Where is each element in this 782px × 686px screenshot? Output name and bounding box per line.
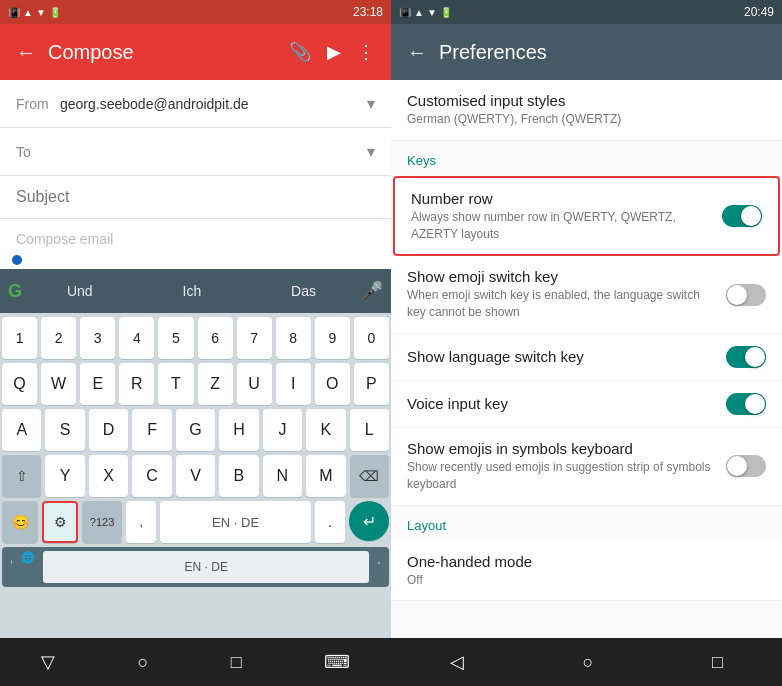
home-nav-icon[interactable]: ○ <box>137 652 148 673</box>
key-c[interactable]: C <box>132 455 171 497</box>
emojis-symbols-toggle[interactable] <box>726 455 766 477</box>
key-5[interactable]: 5 <box>158 317 193 359</box>
key-y[interactable]: Y <box>45 455 84 497</box>
compose-area[interactable]: Compose email <box>0 219 391 269</box>
key-u[interactable]: U <box>237 363 272 405</box>
key-l[interactable]: L <box>350 409 389 451</box>
wifi-icon-r: ▲ <box>414 7 424 18</box>
pref-bar: ← Preferences <box>391 24 782 80</box>
key-p[interactable]: P <box>354 363 389 405</box>
language-switch-toggle[interactable] <box>726 346 766 368</box>
key-r[interactable]: R <box>119 363 154 405</box>
emoji-switch-item[interactable]: Show emoji switch key When emoji switch … <box>391 256 782 334</box>
key-8[interactable]: 8 <box>276 317 311 359</box>
number-row-toggle[interactable] <box>722 205 762 227</box>
period-sym: . <box>377 551 381 583</box>
key-s[interactable]: S <box>45 409 84 451</box>
cursor <box>12 255 22 265</box>
keyboard-nav-icon[interactable]: ⌨ <box>324 651 350 673</box>
emojis-symbols-item[interactable]: Show emojis in symbols keyboard Show rec… <box>391 428 782 506</box>
key-v[interactable]: V <box>176 455 215 497</box>
key-g[interactable]: G <box>176 409 215 451</box>
emoji-key[interactable]: 😊 <box>2 501 38 543</box>
language-key[interactable]: EN · DE <box>43 551 369 583</box>
globe-icon[interactable]: 🌐 <box>21 551 35 583</box>
key-e[interactable]: E <box>80 363 115 405</box>
key-x[interactable]: X <box>89 455 128 497</box>
key-3[interactable]: 3 <box>80 317 115 359</box>
bottom-row: 😊 ⚙ ?123 , EN · DE . ↵ <box>2 501 389 543</box>
toggle-thumb <box>741 206 761 226</box>
key-0[interactable]: 0 <box>354 317 389 359</box>
key-q[interactable]: Q <box>2 363 37 405</box>
key-9[interactable]: 9 <box>315 317 350 359</box>
key-j[interactable]: J <box>263 409 302 451</box>
back-button[interactable]: ← <box>16 41 36 64</box>
key-w[interactable]: W <box>41 363 76 405</box>
from-chevron-icon[interactable]: ▾ <box>367 94 375 113</box>
to-chevron-icon[interactable]: ▾ <box>367 142 375 161</box>
suggestion-word-1[interactable]: Und <box>59 283 101 299</box>
to-row[interactable]: To ▾ <box>0 128 391 176</box>
key-k[interactable]: K <box>306 409 345 451</box>
from-value: georg.seebode@androidpit.de <box>60 96 367 112</box>
emojis-symbols-subtitle: Show recently used emojis in suggestion … <box>407 459 714 493</box>
home-nav-icon-r[interactable]: ○ <box>583 652 594 673</box>
space-key[interactable]: EN · DE <box>160 501 311 543</box>
key-o[interactable]: O <box>315 363 350 405</box>
mic-icon[interactable]: 🎤 <box>361 280 383 302</box>
one-handed-subtitle: Off <box>407 572 754 589</box>
send-icon[interactable]: ▶ <box>327 41 341 63</box>
emoji-switch-toggle[interactable] <box>726 284 766 306</box>
key-1[interactable]: 1 <box>2 317 37 359</box>
period-key[interactable]: . <box>315 501 345 543</box>
voice-input-item[interactable]: Voice input key <box>391 381 782 428</box>
one-handed-item[interactable]: One-handed mode Off <box>391 541 782 602</box>
asdf-row: A S D F G H J K L <box>2 409 389 451</box>
key-6[interactable]: 6 <box>198 317 233 359</box>
backspace-key[interactable]: ⌫ <box>350 455 389 497</box>
key-i[interactable]: I <box>276 363 311 405</box>
right-status-icons: 📳 ▲ ▼ 🔋 <box>399 7 452 18</box>
key-z[interactable]: Z <box>198 363 233 405</box>
pref-back-button[interactable]: ← <box>407 41 427 64</box>
key-4[interactable]: 4 <box>119 317 154 359</box>
key-h[interactable]: H <box>219 409 258 451</box>
settings-key[interactable]: ⚙ <box>42 501 78 543</box>
key-t[interactable]: T <box>158 363 193 405</box>
customised-input-item[interactable]: Customised input styles German (QWERTY),… <box>391 80 782 141</box>
shift-key[interactable]: ⇧ <box>2 455 41 497</box>
back-nav-icon[interactable]: ▽ <box>41 651 55 673</box>
enter-key[interactable]: ↵ <box>349 501 389 541</box>
sym-key[interactable]: ?123 <box>82 501 122 543</box>
to-label: To <box>16 144 60 160</box>
toggle-thumb-4 <box>745 394 765 414</box>
number-row-item[interactable]: Number row Always show number row in QWE… <box>393 176 780 257</box>
google-g-icon: G <box>8 281 22 302</box>
voice-input-toggle[interactable] <box>726 393 766 415</box>
subject-input[interactable] <box>16 188 375 206</box>
key-2[interactable]: 2 <box>41 317 76 359</box>
subject-row[interactable] <box>0 176 391 219</box>
recents-nav-icon-r[interactable]: □ <box>712 652 723 673</box>
attach-icon[interactable]: 📎 <box>289 41 311 63</box>
bottom-nav-right: ◁ ○ □ <box>391 638 782 686</box>
more-icon[interactable]: ⋮ <box>357 41 375 63</box>
language-switch-item[interactable]: Show language switch key <box>391 334 782 381</box>
key-m[interactable]: M <box>306 455 345 497</box>
status-bar-left: 📳 ▲ ▼ 🔋 23:18 <box>0 0 391 24</box>
suggestion-word-2[interactable]: Ich <box>175 283 210 299</box>
key-7[interactable]: 7 <box>237 317 272 359</box>
suggestion-word-3[interactable]: Das <box>283 283 324 299</box>
key-f[interactable]: F <box>132 409 171 451</box>
key-d[interactable]: D <box>89 409 128 451</box>
key-n[interactable]: N <box>263 455 302 497</box>
right-time: 20:49 <box>744 5 774 19</box>
comma-key[interactable]: , <box>126 501 156 543</box>
key-b[interactable]: B <box>219 455 258 497</box>
layout-section-title: Layout <box>407 518 766 533</box>
back-nav-icon-r[interactable]: ◁ <box>450 651 464 673</box>
recents-nav-icon[interactable]: □ <box>231 652 242 673</box>
emoji-switch-title: Show emoji switch key <box>407 268 714 285</box>
key-a[interactable]: A <box>2 409 41 451</box>
